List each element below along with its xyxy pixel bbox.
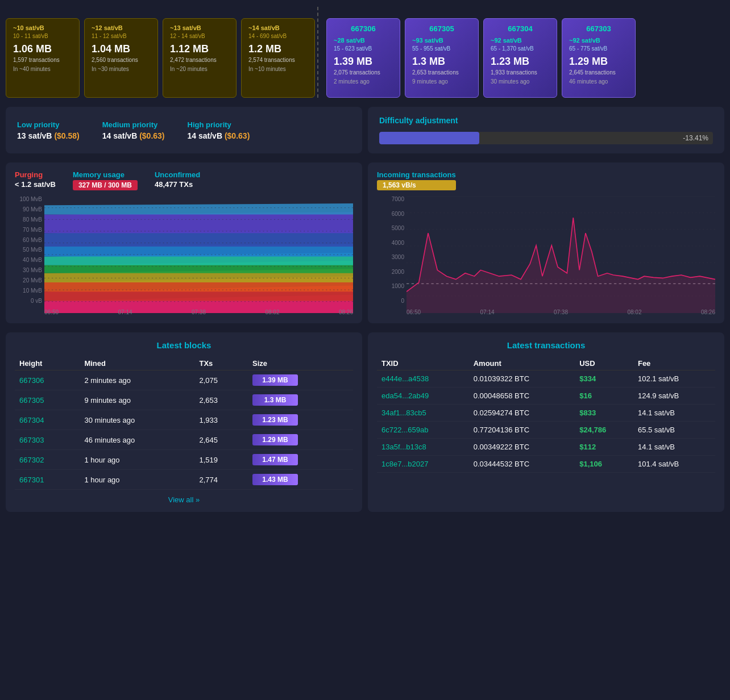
col-height: Height bbox=[15, 357, 80, 370]
view-all-blocks[interactable]: View all » bbox=[15, 495, 353, 504]
txid-link[interactable]: e444e...a4538 bbox=[381, 374, 429, 383]
sat-range: 14 - 690 sat/vB bbox=[248, 33, 308, 39]
mempool-svg bbox=[44, 196, 353, 313]
confirmed-blocks: 667306 ~28 sat/vB 15 - 623 sat/vB 1.39 M… bbox=[326, 18, 636, 98]
confirmed-block-card[interactable]: 667303 ~92 sat/vB 65 - 775 sat/vB 1.29 M… bbox=[562, 18, 636, 98]
purging-stat: Purging < 1.2 sat/vB bbox=[15, 170, 56, 189]
block-time: 46 minutes ago bbox=[569, 78, 628, 85]
latest-blocks-title: Latest blocks bbox=[15, 340, 353, 350]
memory-label: Memory usage bbox=[73, 170, 138, 179]
sat-rate: ~13 sat/vB bbox=[170, 24, 229, 31]
mempool-xaxis: 06:50 07:14 07:38 08:02 08:26 bbox=[44, 309, 353, 315]
size-bar: 1.43 MB bbox=[252, 474, 298, 485]
block-num: 667304 bbox=[491, 24, 550, 33]
latest-blocks-table: Height Mined TXs Size 667306 2 minutes a… bbox=[15, 357, 353, 490]
block-height-link[interactable]: 667305 bbox=[19, 396, 44, 405]
col-txs: TXs bbox=[195, 357, 248, 370]
memory-stat: Memory usage 327 MB / 300 MB bbox=[73, 170, 138, 190]
pending-blocks: ~10 sat/vB 10 - 11 sat/vB 1.06 MB 1,597 … bbox=[6, 18, 315, 98]
txid-link[interactable]: 13a5f...b13c8 bbox=[381, 443, 426, 451]
usd-value: $334 bbox=[579, 374, 596, 383]
charts-row: Purging < 1.2 sat/vB Memory usage 327 MB… bbox=[0, 158, 730, 328]
sat-range: 65 - 775 sat/vB bbox=[569, 45, 628, 52]
incoming-title: Incoming transactions bbox=[377, 170, 456, 179]
usd-value: $833 bbox=[579, 409, 596, 417]
difficulty-bar: -13.41% bbox=[379, 132, 713, 144]
block-time: 9 minutes ago bbox=[412, 78, 471, 85]
block-txs: 1,933 transactions bbox=[491, 69, 550, 76]
block-txs: 2,653 transactions bbox=[412, 69, 471, 76]
pending-block-card[interactable]: ~13 sat/vB 12 - 14 sat/vB 1.12 MB 2,472 … bbox=[163, 18, 237, 98]
table-row: 667304 30 minutes ago 1,933 1.23 MB bbox=[15, 410, 353, 430]
incoming-xaxis: 06:50 07:14 07:38 08:02 08:26 bbox=[407, 309, 715, 315]
priority-low-value: 13 sat/vB ($0.58) bbox=[17, 131, 80, 140]
unconfirmed-value: 48,477 TXs bbox=[155, 180, 200, 189]
confirmed-block-card[interactable]: 667304 ~92 sat/vB 65 - 1,370 sat/vB 1.23… bbox=[483, 18, 557, 98]
priority-med-value: 14 sat/vB ($0.63) bbox=[102, 131, 165, 140]
mempool-panel: Purging < 1.2 sat/vB Memory usage 327 MB… bbox=[6, 163, 362, 323]
priority-med-label: Medium priority bbox=[102, 120, 165, 129]
mempool-header: Purging < 1.2 sat/vB Memory usage 327 MB… bbox=[15, 170, 353, 190]
block-txs: 2,645 transactions bbox=[569, 69, 628, 76]
usd-value: $16 bbox=[579, 391, 592, 400]
confirmed-block-card[interactable]: 667306 ~28 sat/vB 15 - 623 sat/vB 1.39 M… bbox=[326, 18, 400, 98]
sat-range: 55 - 955 sat/vB bbox=[412, 45, 471, 52]
svg-marker-27 bbox=[407, 218, 715, 313]
table-row: 6c722...659ab 0.77204136 BTC $24,786 65.… bbox=[377, 422, 715, 439]
table-row: 667301 1 hour ago 2,774 1.43 MB bbox=[15, 470, 353, 490]
sat-rate: ~92 sat/vB bbox=[491, 37, 550, 44]
block-txs: 2,560 transactions bbox=[92, 57, 151, 63]
priority-low: Low priority 13 sat/vB ($0.58) bbox=[17, 120, 80, 140]
block-height-link[interactable]: 667306 bbox=[19, 376, 44, 385]
block-num: 667305 bbox=[412, 24, 471, 33]
txid-link[interactable]: 34af1...83cb5 bbox=[381, 409, 426, 417]
size-bar: 1.47 MB bbox=[252, 454, 298, 465]
sat-range: 12 - 14 sat/vB bbox=[170, 33, 229, 39]
block-height-link[interactable]: 667301 bbox=[19, 476, 44, 484]
block-txs: 1,597 transactions bbox=[13, 57, 72, 63]
block-time: In ~20 minutes bbox=[170, 66, 229, 72]
block-txs: 2,574 transactions bbox=[248, 57, 308, 63]
block-height-link[interactable]: 667302 bbox=[19, 456, 44, 464]
txid-link[interactable]: eda54...2ab49 bbox=[381, 391, 429, 400]
col-usd: USD bbox=[575, 357, 633, 370]
block-num: 667306 bbox=[334, 24, 393, 33]
memory-value: 327 MB / 300 MB bbox=[73, 180, 138, 190]
table-row: 13a5f...b13c8 0.00349222 BTC $112 14.1 s… bbox=[377, 439, 715, 456]
priority-high-label: High priority bbox=[188, 120, 250, 129]
table-row: e444e...a4538 0.01039322 BTC $334 102.1 … bbox=[377, 370, 715, 388]
priority-panel: Low priority 13 sat/vB ($0.58) Medium pr… bbox=[6, 107, 362, 153]
sat-rate: ~14 sat/vB bbox=[248, 24, 308, 31]
block-size: 1.23 MB bbox=[491, 56, 550, 68]
sat-rate: ~10 sat/vB bbox=[13, 24, 72, 31]
block-time: In ~10 minutes bbox=[248, 66, 308, 72]
sat-rate: ~93 sat/vB bbox=[412, 37, 471, 44]
pending-block-card[interactable]: ~14 sat/vB 14 - 690 sat/vB 1.2 MB 2,574 … bbox=[241, 18, 315, 98]
sat-rate: ~28 sat/vB bbox=[334, 37, 393, 44]
svg-marker-8 bbox=[44, 212, 353, 233]
txid-link[interactable]: 6c722...659ab bbox=[381, 426, 428, 434]
svg-marker-9 bbox=[44, 203, 353, 215]
difficulty-bar-label: -13.41% bbox=[683, 134, 708, 142]
pending-block-card[interactable]: ~10 sat/vB 10 - 11 sat/vB 1.06 MB 1,597 … bbox=[6, 18, 80, 98]
table-row: 667305 9 minutes ago 2,653 1.3 MB bbox=[15, 390, 353, 410]
confirmed-block-card[interactable]: 667305 ~93 sat/vB 55 - 955 sat/vB 1.3 MB… bbox=[405, 18, 479, 98]
block-size: 1.29 MB bbox=[569, 56, 628, 68]
sat-rate: ~92 sat/vB bbox=[569, 37, 628, 44]
sat-rate: ~12 sat/vB bbox=[92, 24, 151, 31]
block-size: 1.3 MB bbox=[412, 56, 471, 68]
priority-med: Medium priority 14 sat/vB ($0.63) bbox=[102, 120, 165, 140]
table-row: 667302 1 hour ago 1,519 1.47 MB bbox=[15, 450, 353, 470]
block-time: In ~30 minutes bbox=[92, 66, 151, 72]
block-height-link[interactable]: 667303 bbox=[19, 436, 44, 444]
block-txs: 2,472 transactions bbox=[170, 57, 229, 63]
block-height-link[interactable]: 667304 bbox=[19, 416, 44, 424]
block-time: 30 minutes ago bbox=[491, 78, 550, 85]
block-size: 1.04 MB bbox=[92, 43, 151, 55]
pending-block-card[interactable]: ~12 sat/vB 11 - 12 sat/vB 1.04 MB 2,560 … bbox=[84, 18, 158, 98]
txid-link[interactable]: 1c8e7...b2027 bbox=[381, 460, 428, 468]
purging-value: < 1.2 sat/vB bbox=[15, 180, 56, 189]
view-all-link[interactable]: View all » bbox=[168, 495, 200, 504]
col-amount: Amount bbox=[469, 357, 575, 370]
block-size: 1.2 MB bbox=[248, 43, 308, 55]
